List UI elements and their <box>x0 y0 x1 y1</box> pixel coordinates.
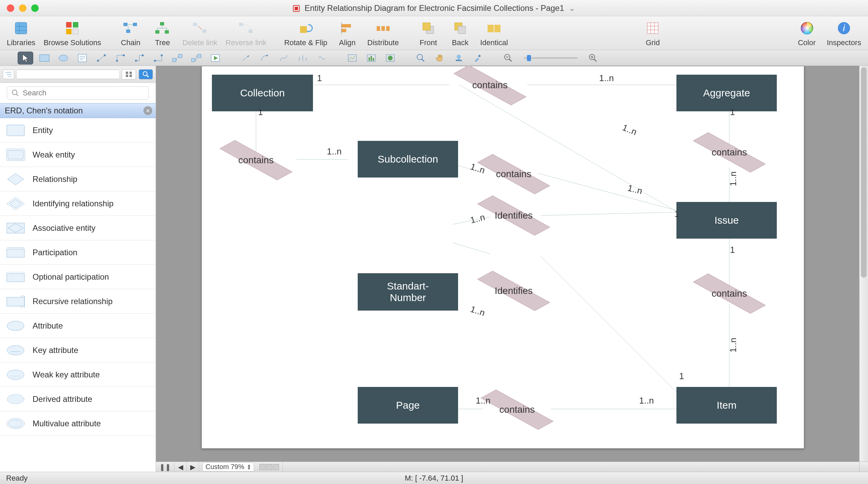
document-title[interactable]: Entity Relationship Diagram for Electron… <box>0 3 868 13</box>
stencil-associative-entity[interactable]: Associative entity <box>0 216 156 240</box>
line-tool-2[interactable] <box>257 52 273 64</box>
stencil-entity[interactable]: Entity <box>0 118 156 143</box>
page-next-button[interactable]: ▶ <box>187 462 199 472</box>
stencil-recursive-relationship[interactable]: Recursive relationship <box>0 289 156 314</box>
connector-3-tool[interactable] <box>132 52 147 64</box>
tree-toggle-button[interactable] <box>3 70 14 79</box>
zoom-slider[interactable] <box>519 57 582 59</box>
align-button[interactable]: Align <box>333 20 362 47</box>
search-input[interactable] <box>7 86 149 100</box>
rel-aggregate-contains-issue[interactable]: contains <box>689 142 770 163</box>
zoom-tool[interactable] <box>413 52 429 64</box>
svg-rect-28 <box>341 29 346 32</box>
rel-standart-identifies-item[interactable]: Identifies <box>473 280 554 302</box>
color-wheel-icon <box>799 20 815 36</box>
rel-collection-contains-aggregate[interactable]: contains <box>449 74 531 96</box>
connector-4-tool[interactable] <box>151 52 166 64</box>
inspectors-button[interactable]: iInspectors <box>824 20 864 47</box>
stencil-derived-attribute[interactable]: Derived attribute <box>0 387 156 411</box>
svg-point-120 <box>7 394 24 404</box>
canvas-viewport[interactable]: Collection Aggregate Subcollection Issue… <box>156 66 859 462</box>
page-prev-button[interactable]: ◀ <box>175 462 187 472</box>
entity-item[interactable]: Item <box>676 387 777 424</box>
svg-rect-77 <box>373 58 374 61</box>
pause-button[interactable]: ❚❚ <box>156 462 175 472</box>
chart-tool-1[interactable] <box>344 52 360 64</box>
svg-rect-31 <box>381 26 385 31</box>
stencil-participation[interactable]: Participation <box>0 240 156 265</box>
svg-rect-5 <box>73 22 78 27</box>
svg-rect-83 <box>478 54 481 57</box>
chart-tool-2[interactable] <box>363 52 379 64</box>
canvas-page[interactable]: Collection Aggregate Subcollection Issue… <box>201 66 804 449</box>
stencil-weak-entity[interactable]: Weak entity <box>0 143 156 167</box>
entity-aggregate[interactable]: Aggregate <box>676 75 777 111</box>
stencil-multivalue-attribute[interactable]: Multivalue attribute <box>0 411 156 436</box>
front-button[interactable]: Front <box>414 20 443 47</box>
eyedropper-tool[interactable] <box>470 52 486 64</box>
grid-button[interactable]: Grid <box>638 20 667 47</box>
insert-shape-tool[interactable] <box>208 52 223 64</box>
stencil-identifying-relationship[interactable]: Identifying relationship <box>0 191 156 216</box>
connector-5-tool[interactable] <box>170 52 185 64</box>
rel-collection-contains-subcollection[interactable]: contains <box>215 149 297 171</box>
grid-view-button[interactable] <box>122 69 136 79</box>
pan-tool[interactable] <box>432 52 448 64</box>
back-button[interactable]: Back <box>446 20 475 47</box>
shape-toolbar <box>0 50 868 66</box>
entity-standart-number[interactable]: Standart- Number <box>358 273 458 311</box>
zoom-out-button[interactable] <box>500 52 516 64</box>
svg-rect-97 <box>130 75 132 77</box>
chain-button[interactable]: Chain <box>116 20 145 47</box>
rel-issue-contains-item[interactable]: contains <box>689 283 770 304</box>
text-tool[interactable] <box>75 52 90 64</box>
rel-standart-identifies-issue[interactable]: Identifies <box>473 205 554 226</box>
pointer-tool[interactable] <box>18 52 33 64</box>
resize-grip[interactable] <box>859 462 868 472</box>
svg-rect-10 <box>126 30 130 33</box>
card-label: 1..n <box>627 183 644 197</box>
stamp-tool[interactable] <box>451 52 467 64</box>
line-tool-1[interactable] <box>238 52 254 64</box>
identical-button[interactable]: Identical <box>477 20 511 47</box>
line-tool-3[interactable] <box>276 52 292 64</box>
close-category-button[interactable]: × <box>143 106 152 115</box>
stencil-optional-participation[interactable]: Optional participation <box>0 265 156 289</box>
info-icon: i <box>836 20 852 36</box>
svg-line-99 <box>147 75 149 77</box>
libraries-button[interactable]: Libraries <box>4 20 38 47</box>
ellipse-tool[interactable] <box>56 52 71 64</box>
connector-1-tool[interactable] <box>94 52 109 64</box>
tree-button[interactable]: Tree <box>148 20 177 47</box>
line-tool-5[interactable] <box>314 52 330 64</box>
color-button[interactable]: Color <box>792 20 822 47</box>
panel-sort-field[interactable] <box>17 70 119 79</box>
card-label: 1..n <box>621 122 638 137</box>
rect-tool[interactable] <box>37 52 52 64</box>
connector-2-tool[interactable] <box>113 52 128 64</box>
entity-issue[interactable]: Issue <box>676 202 777 239</box>
distribute-button[interactable]: Distribute <box>364 20 401 47</box>
line-tool-4[interactable] <box>295 52 311 64</box>
svg-rect-37 <box>488 25 494 32</box>
search-view-button[interactable] <box>139 69 153 79</box>
stencil-key-attribute[interactable]: Key attribute <box>0 338 156 362</box>
rotate-flip-button[interactable]: Rotate & Flip <box>281 20 330 47</box>
chart-tool-3[interactable] <box>382 52 398 64</box>
entity-subcollection[interactable]: Subcollection <box>358 141 458 178</box>
vertical-scrollbar[interactable] <box>859 66 868 462</box>
zoom-in-button[interactable] <box>585 52 601 64</box>
card-label: 1 <box>674 209 679 219</box>
unit-buttons[interactable] <box>259 464 279 470</box>
stencil-category[interactable]: ERD, Chen's notation × <box>0 103 156 118</box>
stencil-weak-key-attribute[interactable]: Weak key attribute <box>0 362 156 387</box>
entity-page[interactable]: Page <box>358 387 458 424</box>
stencil-relationship[interactable]: Relationship <box>0 167 156 191</box>
entity-collection[interactable]: Collection <box>212 75 313 111</box>
stencil-attribute[interactable]: Attribute <box>0 314 156 338</box>
zoom-field[interactable]: Custom 79%▲▼ <box>199 462 283 472</box>
browse-solutions-button[interactable]: Browse Solutions <box>41 20 104 47</box>
svg-line-65 <box>176 56 179 60</box>
align-icon <box>339 20 355 36</box>
connector-6-tool[interactable] <box>189 52 204 64</box>
